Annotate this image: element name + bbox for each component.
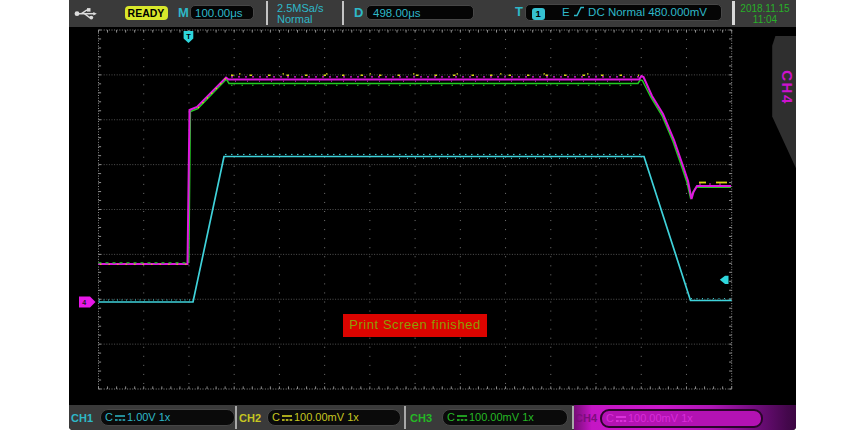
svg-text:T: T [186, 32, 191, 41]
svg-text:4: 4 [82, 299, 86, 306]
svg-text:CH4: CH4 [779, 70, 796, 105]
